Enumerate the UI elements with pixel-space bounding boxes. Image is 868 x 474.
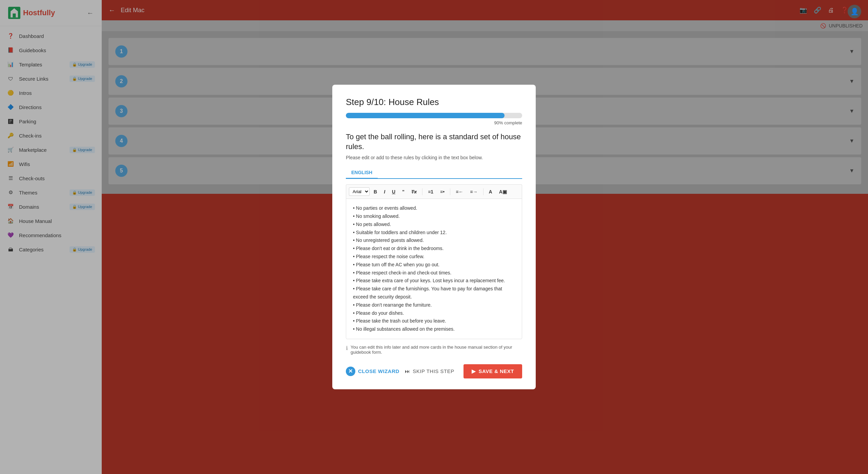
separator-3 xyxy=(483,188,484,195)
rule-item: No parties or events allowed. xyxy=(353,204,515,212)
font-select[interactable]: Arial xyxy=(349,187,370,196)
rule-item: Please don't rearrange the furniture. xyxy=(353,301,515,309)
modal-overlay: Step 9/10: House Rules 90% complete To g… xyxy=(0,0,868,474)
language-tab-bar: ENGLISH xyxy=(346,167,522,179)
rule-item: No pets allowed. xyxy=(353,221,515,229)
modal-footer: ✕ CLOSE WIZARD ⏭ SKIP THIS STEP ▶ SAVE &… xyxy=(346,364,522,378)
separator-2 xyxy=(450,188,450,195)
align-left-button[interactable]: ≡← xyxy=(453,188,466,196)
progress-bar-container xyxy=(346,113,522,118)
info-text: You can edit this info later and add mor… xyxy=(351,345,522,355)
rules-list: No parties or events allowed.No smoking … xyxy=(353,204,515,333)
rule-item: Please take care of the furnishings. You… xyxy=(353,285,515,301)
ordered-list-button[interactable]: ≡1 xyxy=(425,188,436,196)
rule-item: Please turn off the AC when you go out. xyxy=(353,261,515,269)
save-icon: ▶ xyxy=(472,368,476,374)
unordered-list-button[interactable]: ≡• xyxy=(437,188,447,196)
separator-1 xyxy=(422,188,422,195)
rule-item: No unregistered guests allowed. xyxy=(353,236,515,245)
rule-item: Please don't eat or drink in the bedroom… xyxy=(353,245,515,253)
close-wizard-icon: ✕ xyxy=(346,367,355,376)
text-color-button[interactable]: A xyxy=(486,188,495,196)
modal-subtitle: To get the ball rolling, here is a stand… xyxy=(346,132,522,151)
progress-label: 90% complete xyxy=(346,120,522,125)
close-wizard-label: CLOSE WIZARD xyxy=(358,368,399,374)
text-editor[interactable]: No parties or events allowed.No smoking … xyxy=(346,199,522,339)
align-right-button[interactable]: ≡→ xyxy=(467,188,480,196)
modal-title: Step 9/10: House Rules xyxy=(346,97,522,107)
save-next-label: SAVE & NEXT xyxy=(479,368,514,374)
bold-button[interactable]: B xyxy=(371,188,380,196)
modal-description: Please edit or add to these rules by cli… xyxy=(346,155,522,160)
save-next-button[interactable]: ▶ SAVE & NEXT xyxy=(463,364,522,378)
rule-item: Please take extra care of your keys. Los… xyxy=(353,277,515,285)
rule-item: Please do your dishes. xyxy=(353,309,515,317)
rule-item: Please respect the noise curfew. xyxy=(353,253,515,261)
skip-step-button[interactable]: ⏭ SKIP THIS STEP xyxy=(405,368,454,374)
highlight-button[interactable]: A▣ xyxy=(496,188,510,196)
info-box: ℹ You can edit this info later and add m… xyxy=(346,345,522,355)
skip-label: SKIP THIS STEP xyxy=(413,368,454,374)
rule-item: Please respect check-in and check-out ti… xyxy=(353,269,515,277)
user-avatar[interactable]: 👤 xyxy=(848,5,861,18)
quote-button[interactable]: " xyxy=(399,188,407,196)
skip-icon: ⏭ xyxy=(405,368,410,374)
close-wizard-button[interactable]: ✕ CLOSE WIZARD xyxy=(346,367,399,376)
clear-format-button[interactable]: Tx xyxy=(409,188,419,196)
info-icon: ℹ xyxy=(346,345,348,351)
italic-button[interactable]: I xyxy=(381,188,388,196)
rule-item: No illegal substances allowed on the pre… xyxy=(353,325,515,333)
rule-item: No smoking allowed. xyxy=(353,212,515,221)
progress-bar-fill xyxy=(346,113,505,118)
editor-toolbar: Arial B I U " Tx ≡1 ≡• ≡← ≡→ A A▣ xyxy=(346,184,522,199)
rule-item: Please take the trash out before you lea… xyxy=(353,317,515,325)
language-tab-english[interactable]: ENGLISH xyxy=(346,167,378,179)
underline-button[interactable]: U xyxy=(389,188,398,196)
rule-item: Suitable for toddlers and children under… xyxy=(353,229,515,237)
modal-dialog: Step 9/10: House Rules 90% complete To g… xyxy=(332,85,536,389)
